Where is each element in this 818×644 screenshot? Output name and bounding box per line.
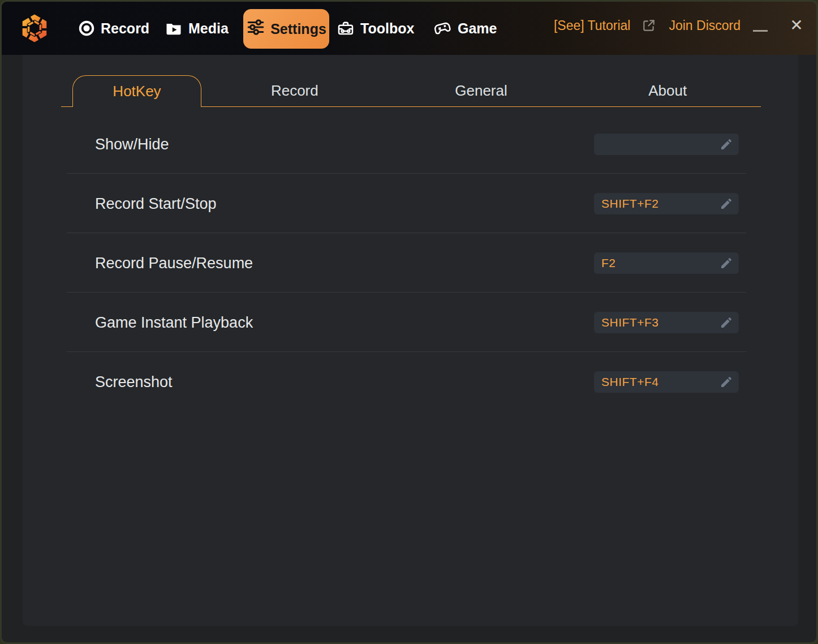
hotkey-input-show-hide[interactable] <box>594 134 739 155</box>
tab-hotkey-label: HotKey <box>113 83 161 100</box>
tab-hotkey[interactable]: HotKey <box>72 75 201 107</box>
sliders-icon <box>246 18 265 40</box>
hotkey-value: SHIFT+F3 <box>594 316 720 329</box>
hotkey-row-record-start-stop: Record Start/Stop SHIFT+F2 <box>23 174 798 233</box>
pencil-icon[interactable] <box>720 138 739 151</box>
close-icon: ✕ <box>790 18 803 33</box>
hotkey-rows: Show/Hide Record Start/Stop SHIFT+F2 <box>23 114 798 411</box>
toolbox-icon <box>337 19 355 37</box>
hotkey-value: F2 <box>594 256 720 270</box>
hotkey-row-label: Record Pause/Resume <box>95 254 253 272</box>
hotkey-row-label: Screenshot <box>95 373 173 390</box>
hotkey-row-label: Record Start/Stop <box>95 195 217 212</box>
nav-game[interactable]: Game <box>433 2 497 55</box>
nav-media[interactable]: Media <box>165 2 229 55</box>
tab-general[interactable]: General <box>388 75 575 107</box>
hotkey-input-record-start-stop[interactable]: SHIFT+F2 <box>594 193 739 214</box>
pencil-icon[interactable] <box>720 316 739 329</box>
tab-about-label: About <box>648 82 687 100</box>
settings-tabbar: HotKey Record General About <box>61 75 761 107</box>
hotkey-row-screenshot: Screenshot SHIFT+F4 <box>23 352 798 411</box>
hotkey-row-label: Game Instant Playback <box>95 314 253 331</box>
nav-toolbox[interactable]: Toolbox <box>337 2 414 55</box>
tutorial-link[interactable]: [See] Tutorial <box>554 18 631 33</box>
hotkey-input-screenshot[interactable]: SHIFT+F4 <box>594 371 739 393</box>
titlebar: Record Media <box>2 2 816 55</box>
tab-about[interactable]: About <box>574 75 761 107</box>
close-button[interactable]: ✕ <box>787 16 806 35</box>
nav-record-label: Record <box>101 20 149 37</box>
record-circle-icon <box>78 20 95 37</box>
app-window: Record Media <box>0 0 818 644</box>
nav-toolbox-label: Toolbox <box>360 20 414 37</box>
hotkey-row-game-instant-playback: Game Instant Playback SHIFT+F3 <box>23 293 798 352</box>
minimize-button[interactable] <box>753 17 768 34</box>
media-folder-icon <box>165 20 183 37</box>
discord-link[interactable]: Join Discord <box>669 18 740 33</box>
hotkey-row-show-hide: Show/Hide <box>23 114 798 174</box>
tab-general-label: General <box>455 82 507 100</box>
nav-settings-label: Settings <box>270 21 326 37</box>
nav-settings[interactable]: Settings <box>243 9 329 49</box>
nav-media-label: Media <box>188 20 229 37</box>
nav-record[interactable]: Record <box>78 2 149 55</box>
hotkey-row-label: Show/Hide <box>95 135 169 153</box>
hotkey-value: SHIFT+F4 <box>594 375 720 389</box>
external-link-icon[interactable] <box>642 18 656 33</box>
app-logo-icon <box>20 14 49 43</box>
tab-record-label: Record <box>271 82 318 100</box>
titlebar-right: [See] Tutorial Join Discord ✕ <box>554 11 806 40</box>
minimize-icon <box>753 30 768 32</box>
gamepad-icon <box>433 19 452 37</box>
pencil-icon[interactable] <box>720 197 739 211</box>
hotkey-value: SHIFT+F2 <box>594 197 720 211</box>
hotkey-row-record-pause-resume: Record Pause/Resume F2 <box>23 233 798 293</box>
hotkey-input-game-instant-playback[interactable]: SHIFT+F3 <box>594 312 739 333</box>
tab-record[interactable]: Record <box>201 75 388 107</box>
pencil-icon[interactable] <box>720 256 739 270</box>
tabbar-lead-line <box>61 75 72 107</box>
nav-game-label: Game <box>458 20 497 37</box>
pencil-icon[interactable] <box>720 375 739 389</box>
hotkey-input-record-pause-resume[interactable]: F2 <box>594 252 739 274</box>
settings-panel: HotKey Record General About Show/Hide <box>23 55 798 626</box>
